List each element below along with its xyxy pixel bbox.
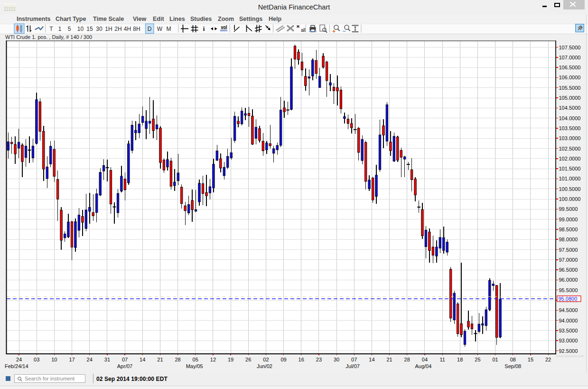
- svg-text:4H: 4H: [124, 26, 131, 32]
- svg-text:07: 07: [122, 357, 128, 362]
- svg-text:102.0000: 102.0000: [559, 156, 581, 161]
- svg-text:02: 02: [263, 357, 269, 362]
- svg-text:08: 08: [510, 357, 516, 362]
- svg-text:28: 28: [175, 357, 180, 362]
- svg-text:96.0000: 96.0000: [559, 277, 578, 283]
- svg-text:103.5000: 103.5000: [559, 125, 581, 131]
- svg-text:Jul/07: Jul/07: [346, 363, 360, 369]
- svg-text:15: 15: [528, 357, 533, 362]
- svg-text:Sep/08: Sep/08: [504, 363, 521, 369]
- svg-text:10: 10: [51, 357, 57, 362]
- svg-text:1: 1: [58, 26, 62, 32]
- svg-text:31: 31: [104, 357, 110, 362]
- svg-text:101.5000: 101.5000: [559, 166, 581, 171]
- svg-text:106.5000: 106.5000: [559, 65, 581, 70]
- svg-text:105.0000: 105.0000: [559, 95, 581, 101]
- svg-text:15: 15: [86, 26, 93, 32]
- svg-text:16: 16: [299, 357, 304, 362]
- svg-text:21: 21: [157, 357, 163, 362]
- svg-text:07: 07: [351, 357, 357, 362]
- svg-text:21: 21: [386, 357, 392, 362]
- svg-text:97.5000: 97.5000: [559, 247, 578, 253]
- svg-text:98.0000: 98.0000: [559, 237, 578, 242]
- svg-text:96.5000: 96.5000: [559, 267, 578, 273]
- svg-text:Feb/24/14: Feb/24/14: [5, 363, 28, 369]
- svg-text:23: 23: [316, 357, 322, 362]
- svg-text:95.5000: 95.5000: [559, 287, 578, 293]
- svg-text:97.0000: 97.0000: [559, 257, 578, 263]
- svg-text:M: M: [167, 26, 171, 32]
- svg-text:94.5000: 94.5000: [559, 307, 578, 313]
- svg-text:101.0000: 101.0000: [559, 176, 581, 181]
- svg-text:26: 26: [245, 357, 251, 362]
- svg-text:103.0000: 103.0000: [559, 135, 581, 141]
- svg-text:93.0000: 93.0000: [559, 338, 578, 343]
- svg-text:105.5000: 105.5000: [559, 85, 581, 91]
- svg-text:12: 12: [210, 357, 216, 362]
- svg-text:102.5000: 102.5000: [559, 146, 581, 152]
- svg-text:107.5000: 107.5000: [559, 45, 581, 50]
- svg-text:www.netdania.com: www.netdania.com: [556, 354, 584, 358]
- svg-text:8H: 8H: [133, 26, 140, 32]
- svg-text:24: 24: [16, 357, 22, 362]
- svg-text:W: W: [157, 26, 163, 32]
- svg-text:30: 30: [96, 26, 103, 32]
- svg-text:25: 25: [475, 357, 480, 362]
- svg-text:T: T: [49, 26, 53, 32]
- svg-text:all: all: [301, 28, 306, 33]
- svg-text:i: i: [203, 25, 205, 32]
- svg-text:99.5000: 99.5000: [559, 206, 578, 212]
- svg-text:vol: vol: [221, 25, 227, 29]
- svg-text:104.5000: 104.5000: [559, 105, 581, 111]
- svg-text:05: 05: [193, 357, 198, 362]
- svg-text:May/05: May/05: [186, 363, 203, 369]
- svg-text:107.0000: 107.0000: [559, 55, 581, 60]
- svg-text:1H: 1H: [105, 26, 112, 32]
- svg-text:100.0000: 100.0000: [559, 196, 581, 202]
- svg-text:28: 28: [404, 357, 410, 362]
- svg-text:106.0000: 106.0000: [559, 75, 581, 80]
- svg-text:24: 24: [87, 357, 93, 362]
- svg-text:14: 14: [369, 357, 374, 362]
- svg-text:22: 22: [545, 357, 551, 362]
- svg-text:Jun/02: Jun/02: [257, 363, 272, 369]
- svg-text:30: 30: [334, 357, 339, 362]
- svg-text:Apr/07: Apr/07: [117, 363, 132, 369]
- svg-text:10: 10: [77, 26, 84, 32]
- svg-text:100.5000: 100.5000: [559, 186, 581, 192]
- svg-text:98.5000: 98.5000: [559, 227, 578, 232]
- svg-text:94.0000: 94.0000: [559, 318, 578, 323]
- svg-text:D: D: [148, 26, 152, 32]
- svg-text:99.0000: 99.0000: [559, 217, 578, 222]
- svg-text:19: 19: [228, 357, 233, 362]
- svg-text:104.0000: 104.0000: [559, 115, 581, 121]
- svg-text:Aug/04: Aug/04: [415, 363, 431, 369]
- svg-text:11: 11: [439, 357, 445, 362]
- svg-text:04: 04: [422, 357, 428, 362]
- svg-text:09: 09: [280, 357, 286, 362]
- svg-text:95.0800: 95.0800: [559, 296, 578, 302]
- svg-text:5: 5: [68, 26, 71, 32]
- svg-text:92.5000: 92.5000: [559, 348, 578, 354]
- svg-text:14: 14: [140, 357, 145, 362]
- svg-text:93.5000: 93.5000: [559, 328, 578, 333]
- svg-text:18: 18: [457, 357, 463, 362]
- svg-text:03: 03: [34, 357, 39, 362]
- svg-text:2H: 2H: [114, 26, 121, 32]
- svg-text:17: 17: [69, 357, 75, 362]
- svg-text:01: 01: [492, 357, 498, 362]
